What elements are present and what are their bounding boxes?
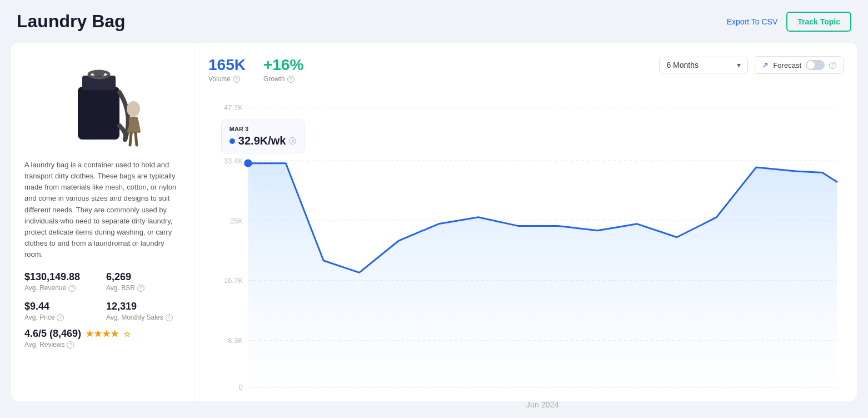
stats-grid: $130,149.88 Avg. Revenue ? 6,269 Avg. BS… [24, 271, 181, 321]
y-label-16k: 16.7K [224, 276, 243, 285]
y-label-8k: 8.3K [228, 336, 243, 345]
chart-header: 165K Volume ? +16% Growth ? 6 Months [208, 56, 844, 83]
avg-revenue-value: $130,149.88 [24, 271, 99, 283]
half-star-icon: ☆ [123, 330, 131, 339]
chart-area: MAR 3 32.9K/wk ? 47.7K 33.4K 25K [208, 94, 844, 414]
volume-help-icon[interactable]: ? [233, 76, 240, 83]
line-chart: 47.7K 33.4K 25K 16.7K 8.3K 0 [208, 94, 844, 414]
avg-reviews-label: Avg. Reviews ? [24, 341, 181, 349]
export-csv-link[interactable]: Export To CSV [727, 17, 778, 26]
avg-revenue-label: Avg. Revenue ? [24, 284, 99, 292]
rating-section: 4.6/5 (8,469) ★★★★ ☆ Avg. Reviews ? [24, 328, 181, 349]
forecast-trend-icon: ↗ [762, 61, 769, 69]
stat-avg-bsr: 6,269 Avg. BSR ? [106, 271, 181, 292]
chart-controls: 6 Months ▾ ↗ Forecast ? [659, 56, 844, 74]
avg-price-value: $9.44 [24, 301, 99, 312]
forecast-toggle: ↗ Forecast ? [755, 56, 844, 74]
avg-revenue-help-icon[interactable]: ? [68, 285, 76, 292]
y-label-25k: 25K [230, 217, 243, 225]
page-header: Laundry Bag Export To CSV Track Topic [0, 0, 868, 43]
months-selected: 6 Months [666, 61, 699, 69]
rating-value: 4.6/5 (8,469) ★★★★ ☆ [24, 328, 181, 340]
svg-point-4 [127, 101, 140, 117]
growth-label: Growth ? [263, 75, 303, 83]
chart-datapoint [244, 159, 252, 167]
svg-line-7 [137, 120, 139, 131]
volume-value: 165K [208, 56, 246, 74]
forecast-toggle-switch[interactable] [806, 60, 825, 70]
avg-reviews-help-icon[interactable]: ? [67, 341, 74, 349]
volume-label: Volume ? [208, 75, 246, 83]
forecast-help-icon[interactable]: ? [829, 62, 836, 69]
svg-rect-0 [78, 87, 119, 140]
y-label-0: 0 [239, 383, 243, 391]
stat-avg-price: $9.44 Avg. Price ? [24, 301, 99, 321]
header-actions: Export To CSV Track Topic [727, 12, 851, 32]
avg-monthly-sales-help-icon[interactable]: ? [166, 314, 173, 321]
left-panel: A laundry bag is a container used to hol… [11, 43, 194, 401]
track-topic-button[interactable]: Track Topic [786, 12, 851, 32]
dropdown-arrow-icon: ▾ [737, 61, 741, 69]
x-label-jun2024: Jun 2024 [526, 400, 559, 409]
stat-avg-revenue: $130,149.88 Avg. Revenue ? [24, 271, 99, 292]
main-content: A laundry bag is a container used to hol… [0, 43, 868, 412]
avg-bsr-help-icon[interactable]: ? [137, 285, 144, 292]
months-dropdown[interactable]: 6 Months ▾ [659, 57, 748, 73]
y-label-33k: 33.4K [224, 157, 243, 165]
avg-bsr-value: 6,269 [106, 271, 181, 283]
avg-price-label: Avg. Price ? [24, 314, 99, 321]
stat-avg-monthly-sales: 12,319 Avg. Monthly Sales ? [106, 301, 181, 321]
product-image [61, 59, 144, 148]
growth-metric: +16% Growth ? [263, 56, 303, 83]
svg-rect-3 [93, 71, 104, 76]
rating-stars: ★★★★ [86, 329, 119, 339]
chart-metrics: 165K Volume ? +16% Growth ? [208, 56, 303, 83]
volume-metric: 165K Volume ? [208, 56, 246, 83]
growth-help-icon[interactable]: ? [287, 76, 295, 83]
product-image-container [24, 56, 181, 151]
growth-value: +16% [263, 56, 303, 74]
y-label-47k: 47.7K [224, 103, 243, 112]
forecast-label: Forecast [773, 61, 801, 69]
right-panel: 165K Volume ? +16% Growth ? 6 Months [194, 43, 857, 401]
avg-bsr-label: Avg. BSR ? [106, 284, 181, 292]
avg-monthly-sales-label: Avg. Monthly Sales ? [106, 314, 181, 321]
product-description: A laundry bag is a container used to hol… [24, 160, 181, 260]
avg-price-help-icon[interactable]: ? [57, 314, 64, 321]
avg-monthly-sales-value: 12,319 [106, 301, 181, 312]
svg-line-9 [136, 133, 137, 145]
svg-line-8 [130, 133, 131, 145]
page-title: Laundry Bag [17, 11, 126, 32]
